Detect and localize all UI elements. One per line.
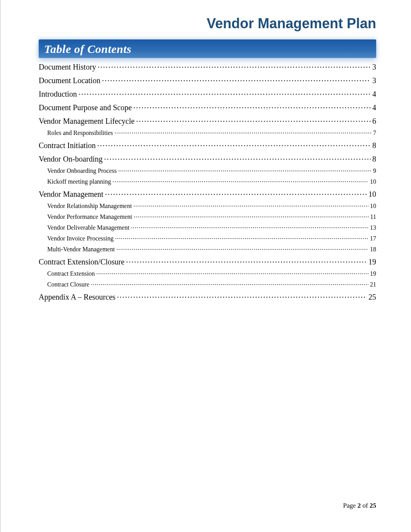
toc-leader-dots — [97, 140, 371, 148]
toc-entry-label: Vendor On-boarding — [39, 155, 103, 164]
toc-entry-page: 3 — [372, 76, 376, 85]
toc-entry-label: Contract Extension/Closure — [39, 257, 125, 266]
toc-entry-page: 13 — [370, 224, 376, 231]
footer-separator: of — [361, 502, 370, 509]
toc-entry-page: 17 — [370, 235, 376, 242]
toc-entry[interactable]: Contract Extension19 — [39, 269, 376, 277]
toc-entry-label: Contract Closure — [47, 281, 89, 288]
toc-entry-label: Contract Initiation — [39, 141, 96, 150]
toc-entry-page: 8 — [372, 155, 376, 164]
toc-entry-page: 9 — [373, 167, 376, 174]
toc-entry[interactable]: Document History3 — [39, 62, 376, 72]
page-footer: Page 2 of 25 — [343, 502, 376, 510]
table-of-contents: Document History3Document Location3Intro… — [39, 62, 376, 302]
toc-entry-page: 21 — [370, 281, 376, 288]
toc-heading: Table of Contents — [44, 43, 132, 55]
toc-entry-label: Document History — [39, 63, 96, 72]
toc-entry-label: Document Location — [39, 76, 100, 85]
toc-entry-page: 18 — [370, 246, 376, 253]
toc-leader-dots — [98, 62, 371, 70]
toc-entry[interactable]: Kickoff meeting planning10 — [39, 177, 376, 185]
toc-leader-dots — [134, 202, 368, 208]
toc-entry-page: 10 — [370, 178, 376, 185]
toc-leader-dots — [79, 89, 371, 97]
toc-entry-page: 11 — [370, 213, 376, 220]
toc-leader-dots — [91, 280, 368, 286]
toc-entry-page: 19 — [370, 270, 376, 277]
toc-entry-label: Roles and Responsibilities — [47, 130, 113, 136]
toc-entry-page: 4 — [372, 90, 376, 99]
document-title: Vendor Management Plan — [39, 15, 376, 32]
footer-prefix: Page — [343, 502, 358, 509]
toc-entry-label: Document Purpose and Scope — [39, 103, 132, 112]
toc-leader-dots — [96, 269, 368, 276]
toc-entry-page: 7 — [373, 130, 376, 136]
toc-leader-dots — [102, 75, 371, 83]
toc-entry[interactable]: Vendor On-boarding8 — [39, 154, 376, 164]
toc-leader-dots — [113, 177, 368, 184]
toc-entry-label: Vendor Management Lifecycle — [39, 117, 135, 126]
toc-entry[interactable]: Contract Extension/Closure19 — [39, 257, 376, 266]
toc-entry[interactable]: Contract Closure21 — [39, 280, 376, 288]
toc-entry-label: Vendor Management — [39, 190, 103, 199]
toc-entry[interactable]: Vendor Performance Management11 — [39, 213, 376, 220]
toc-leader-dots — [105, 189, 367, 197]
toc-entry[interactable]: Document Location3 — [39, 75, 376, 85]
toc-entry[interactable]: Vendor Management Lifecycle6 — [39, 116, 376, 126]
toc-entry[interactable]: Appendix A – Resources25 — [39, 292, 376, 302]
toc-entry-label: Vendor Relationship Management — [47, 203, 132, 210]
toc-entry-label: Multi-Vendor Management — [47, 246, 115, 253]
toc-entry-page: 10 — [370, 203, 376, 210]
toc-leader-dots — [136, 116, 371, 124]
toc-leader-dots — [134, 102, 371, 110]
toc-entry-page: 3 — [372, 63, 376, 72]
footer-total-pages: 25 — [370, 502, 376, 509]
toc-entry-label: Introduction — [39, 90, 77, 99]
toc-entry-label: Vendor Invoice Processing — [47, 235, 114, 242]
toc-entry-page: 6 — [372, 117, 376, 126]
toc-entry-label: Vendor Onboarding Process — [47, 167, 117, 174]
toc-leader-dots — [118, 167, 372, 173]
page-body: Vendor Management Plan Table of Contents… — [0, 0, 411, 532]
toc-entry-label: Kickoff meeting planning — [47, 178, 111, 185]
toc-entry[interactable]: Vendor Relationship Management10 — [39, 202, 376, 210]
toc-leader-dots — [116, 245, 368, 251]
toc-entry[interactable]: Multi-Vendor Management18 — [39, 245, 376, 253]
toc-entry-page: 25 — [368, 293, 376, 302]
toc-entry-page: 19 — [368, 257, 376, 266]
toc-leader-dots — [117, 292, 367, 300]
toc-entry-page: 4 — [372, 103, 376, 112]
toc-entry[interactable]: Contract Initiation8 — [39, 140, 376, 150]
toc-entry-label: Vendor Deliverable Management — [47, 224, 129, 231]
toc-entry-label: Contract Extension — [47, 270, 95, 277]
toc-leader-dots — [104, 154, 371, 162]
toc-entry-page: 8 — [372, 141, 376, 150]
toc-entry-page: 10 — [368, 190, 376, 199]
toc-entry-label: Vendor Performance Management — [47, 213, 132, 220]
toc-entry[interactable]: Vendor Deliverable Management13 — [39, 223, 376, 231]
toc-banner: Table of Contents — [39, 39, 376, 58]
toc-leader-dots — [134, 213, 368, 219]
toc-entry[interactable]: Vendor Management10 — [39, 189, 376, 199]
toc-leader-dots — [126, 257, 367, 264]
toc-entry-label: Appendix A – Resources — [39, 293, 115, 302]
toc-entry[interactable]: Vendor Onboarding Process9 — [39, 167, 376, 174]
toc-entry[interactable]: Vendor Invoice Processing17 — [39, 234, 376, 242]
toc-leader-dots — [131, 223, 368, 230]
toc-entry[interactable]: Roles and Responsibilities7 — [39, 129, 376, 136]
toc-entry[interactable]: Introduction4 — [39, 89, 376, 99]
toc-entry[interactable]: Document Purpose and Scope4 — [39, 102, 376, 112]
toc-leader-dots — [115, 129, 372, 135]
toc-leader-dots — [115, 234, 368, 240]
